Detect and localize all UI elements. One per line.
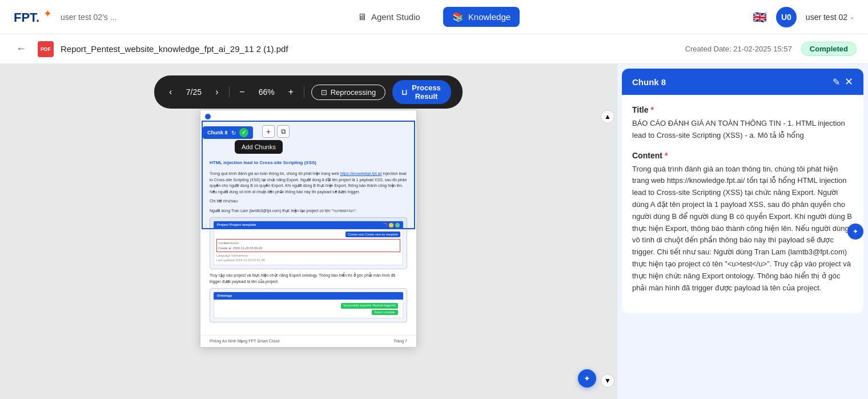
content-field-label: Content *: [632, 151, 853, 160]
pdf-scroll-area: ▲ ▼: [601, 110, 614, 388]
right-magic-icon: ✦: [853, 228, 858, 236]
pdf-viewer: ‹ 7/25 › − 66% + ⊡ Reprocessing ⊔ Proces…: [0, 64, 617, 399]
pdf-page: Chunk 8 ↻ ✓ + ⧉ Add Chunks HTML injectio…: [200, 110, 417, 348]
zoom-level: 66%: [255, 87, 278, 97]
reprocessing-icon: ⊡: [321, 88, 327, 97]
pdf-screenshot-2-header: Ontology: [214, 292, 403, 300]
chunk-badge-pdf: Chunk 8 ↻ ✓: [203, 126, 253, 139]
pdf-intro: Trong quá trình đánh giá an toàn thông t…: [210, 171, 407, 195]
chunk-panel-title: Chunk 8: [632, 77, 666, 87]
top-navigation: FPT. ✦ user test 02's ... 🖥 Agent Studio…: [0, 0, 868, 34]
pdf-footer-right: Trang 7: [393, 339, 407, 344]
svg-text:✦: ✦: [43, 8, 52, 19]
pdf-title: HTML injection lead to Cross-site Script…: [210, 159, 407, 166]
blue-dot-bottom: [381, 224, 387, 229]
scroll-up-indicator[interactable]: ▲: [601, 110, 614, 123]
next-page-button[interactable]: ›: [212, 86, 222, 98]
toolbar-separator: [229, 86, 230, 98]
pdf-screenshot-2-body: Successfully exported. Payload triggered…: [214, 300, 403, 318]
toolbar-separator-2: [304, 86, 304, 98]
language-flag[interactable]: 🇬🇧: [753, 10, 767, 24]
right-panel: Chunk 8 ✎ ✕ Title * BÁO CÁO ĐÁNH GIÁ AN …: [617, 64, 868, 399]
file-header: ← PDF Report_Pentest_website_knowledge_f…: [0, 34, 868, 64]
knowledge-icon: 📚: [452, 11, 464, 22]
status-badge: Completed: [801, 42, 857, 56]
file-name: Report_Pentest_website_knowledge_fpt_ai_…: [61, 44, 288, 54]
main-content: ‹ 7/25 › − 66% + ⊡ Reprocessing ⊔ Proces…: [0, 64, 868, 399]
nav-center: 🖥 Agent Studio 📚 Knowledge: [348, 7, 520, 27]
svg-text:FPT.: FPT.: [14, 10, 39, 25]
page-indicator: 7/25: [182, 87, 205, 97]
reprocessing-button[interactable]: ⊡ Reprocessing: [311, 85, 386, 100]
pdf-screenshot-2: Ontology Successfully exported. Payload …: [210, 288, 407, 322]
process-result-icon: ⊔: [401, 88, 407, 97]
file-header-left: ← PDF Report_Pentest_website_knowledge_f…: [11, 41, 288, 57]
pdf-screenshot-1: Project Project template Create new Crea…: [210, 217, 407, 269]
blue-dot-top: [205, 114, 211, 119]
pdf-screenshot-1-body: Create new Create new by template <u>tes…: [214, 229, 403, 265]
pdf-icon: PDF: [38, 41, 54, 57]
user-chevron-icon: ⌄: [850, 14, 854, 20]
prev-page-button[interactable]: ‹: [166, 86, 175, 98]
pdf-language-row: Language Vietnamese: [216, 253, 400, 258]
chunk-panel-actions: ✎ ✕: [833, 75, 853, 88]
chunk-panel-body: Title * BÁO CÁO ĐÁNH GIÁ AN TOÀN THÔNG T…: [622, 95, 863, 313]
copy-chunk-button[interactable]: ⧉: [277, 125, 290, 138]
chunk-refresh-button[interactable]: ↻: [231, 130, 236, 136]
chunk-panel-header: Chunk 8 ✎ ✕: [622, 69, 863, 95]
magic-button[interactable]: ✦: [578, 369, 596, 388]
zoom-out-button[interactable]: −: [236, 86, 248, 98]
title-required-star: *: [651, 105, 654, 114]
pdf-footer-left: Phòng An Ninh Mạng FPT Smart Cloud: [210, 339, 279, 344]
pdf-link[interactable]: https://knowledge.fpt.ai/: [340, 171, 382, 175]
agent-studio-icon: 🖥: [357, 12, 367, 22]
magic-icon: ✦: [584, 374, 590, 383]
knowledge-label: Knowledge: [468, 12, 511, 22]
win-max-icon: [395, 223, 400, 228]
pdf-green-bar-1: Successfully exported. Payload triggered…: [341, 303, 398, 309]
fpt-logo-svg: FPT. ✦: [14, 7, 55, 27]
pdf-details-header: Chi tiết như sau:: [210, 198, 407, 205]
zoom-in-button[interactable]: +: [285, 86, 297, 98]
chunk-check-button[interactable]: ✓: [239, 128, 248, 137]
pdf-access-text: Truy cập vào project và thực hiện chức n…: [210, 273, 407, 285]
scroll-down-indicator[interactable]: ▼: [601, 374, 614, 388]
add-chunks-buttons: + ⧉: [262, 125, 290, 138]
title-field-value: BÁO CÁO ĐÁNH GIÁ AN TOÀN THÔNG TIN - 1. …: [632, 118, 853, 142]
chunk-badge-label: Chunk 8: [207, 130, 228, 135]
create-new-btn[interactable]: Create new Create new by template: [345, 232, 400, 237]
content-field-value: Trong quá trình đánh giá an toàn thông t…: [632, 163, 853, 294]
pdf-toolbar: ‹ 7/25 › − 66% + ⊡ Reprocessing ⊔ Proces…: [154, 75, 463, 109]
pdf-footer: Phòng An Ninh Mạng FPT Smart Cloud Trang…: [200, 335, 416, 347]
pdf-screenshot-1-header: Project Project template: [214, 221, 403, 229]
created-date: Created Date: 21-02-2025 15:57: [685, 45, 792, 53]
pdf-updated-row: Last updated 2024-11-20 03:51:49: [216, 258, 400, 262]
user-name-button[interactable]: user test 02 ⌄: [806, 13, 854, 22]
app-logo: FPT. ✦: [14, 7, 55, 27]
chunk-edit-button[interactable]: ✎: [833, 77, 840, 87]
nav-right: 🇬🇧 U0 user test 02 ⌄: [753, 7, 854, 27]
content-required-star: *: [665, 151, 668, 160]
pdf-details-body: Người dùng Tran Lam (lamtb3@fpt.com) thự…: [210, 208, 407, 214]
add-chunks-label: Add Chunks: [242, 143, 276, 150]
user-avatar: U0: [776, 7, 797, 27]
pdf-green-bar-2: Export complete.: [372, 310, 398, 316]
pdf-page-content: HTML injection lead to Cross-site Script…: [200, 150, 416, 335]
file-header-right: Created Date: 21-02-2025 15:57 Completed: [685, 42, 857, 56]
nav-knowledge[interactable]: 📚 Knowledge: [443, 7, 520, 27]
add-chunk-button[interactable]: +: [262, 125, 275, 138]
nav-agent-studio[interactable]: 🖥 Agent Studio: [348, 7, 429, 27]
win-min-icon: [389, 223, 393, 228]
agent-studio-label: Agent Studio: [371, 12, 420, 22]
back-button[interactable]: ←: [11, 41, 31, 57]
nav-left: FPT. ✦ user test 02's ...: [14, 7, 116, 27]
process-result-button[interactable]: ⊔ Process Result: [392, 80, 451, 104]
add-chunks-tooltip: Add Chunks: [235, 140, 283, 154]
title-field-label: Title *: [632, 105, 853, 114]
nav-user-label: user test 02's ...: [61, 13, 116, 22]
right-panel-magic-button[interactable]: ✦: [847, 224, 863, 240]
pdf-red-box: <u>test</u>/u> Create at: 2024-11-20 03:…: [216, 239, 400, 252]
chunk-close-button[interactable]: ✕: [845, 75, 853, 88]
